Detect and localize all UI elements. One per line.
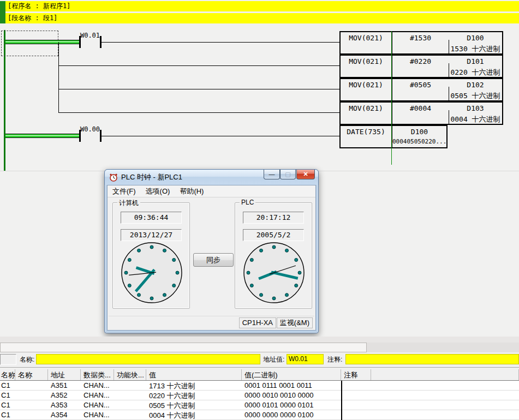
watch-row[interactable]: C1 A353 CHAN... 0505 十六进制 0000 0101 0000…: [0, 400, 519, 410]
cell-address: A351: [48, 381, 81, 390]
cell-address: A352: [48, 391, 81, 400]
menu-file[interactable]: 文件(F): [108, 185, 141, 197]
cell-plc-name: C1: [0, 391, 15, 400]
cell-plc-name: C1: [0, 410, 15, 419]
cell-filler: [371, 410, 519, 419]
cell-filler: [371, 381, 519, 390]
branch-wire: [58, 65, 339, 66]
mov-instruction-block[interactable]: MOV(021) #0220 D101 0220 十六进制: [339, 55, 503, 78]
program-name-bar: [程序名 : 新程序1]: [5, 1, 519, 11]
cx-programmer-screen: [程序名 : 新程序1] [段名称 : 段1] W0.01 W0.00 MOV(…: [0, 0, 519, 420]
maximize-button[interactable]: ▢: [280, 170, 296, 179]
col-header-comment[interactable]: 注释: [341, 369, 371, 380]
operand-destination: D100: [449, 34, 502, 42]
col-header-name[interactable]: 名称: [15, 369, 48, 380]
address-edit-bar: 名称: 地址值: W0.01 注释:: [0, 352, 519, 367]
cell-name: [15, 400, 48, 410]
clock-icon: [109, 173, 118, 182]
computer-group-box: 计算机 09:36:44 2013/12/27: [112, 202, 190, 309]
minimize-button[interactable]: —: [264, 170, 280, 179]
monitor-value: 1530 十六进制: [449, 44, 502, 54]
mov-instruction-block[interactable]: MOV(021) #0505 D102 0505 十六进制: [339, 78, 503, 101]
ladder-column-grid-line: [391, 31, 392, 165]
cell-value: 0505 十六进制: [146, 400, 242, 410]
cell-binary: 0000 0000 0000 0100: [242, 410, 341, 419]
menu-options[interactable]: 选项(O): [141, 185, 175, 197]
computer-time-field: 09:36:44: [121, 212, 182, 224]
cell-datatype: CHAN...: [81, 400, 114, 410]
rung-margin-bar: [0, 1, 5, 23]
contact-w001[interactable]: W0.01: [73, 32, 108, 39]
mov-instruction-block[interactable]: MOV(021) #1530 D100 1530 十六进制: [339, 31, 503, 55]
instruction-mnemonic: DATE(735): [341, 128, 391, 136]
watch-table-header: 名称 名称 地址 数据类... 功能块... 值 值(二进制) 注释: [0, 369, 519, 381]
operand-destination: D100: [392, 128, 446, 136]
edit-bar-spacer-box: [0, 354, 16, 365]
operand-source: #0220: [392, 57, 449, 65]
col-header-value[interactable]: 值: [146, 369, 242, 380]
cell-comment: [341, 400, 371, 410]
menu-help[interactable]: 帮助(H): [175, 185, 208, 197]
cell-comment: [341, 381, 371, 390]
close-button[interactable]: ✕: [296, 170, 315, 179]
branch-wire: [58, 112, 339, 113]
cell-name: [15, 410, 48, 419]
address-input[interactable]: W0.01: [287, 354, 324, 364]
operand-source: #1530: [392, 34, 449, 42]
dialog-titlebar[interactable]: PLC 时钟 - 新PLC1 — ▢ ✕: [105, 170, 318, 185]
instruction-mnemonic: MOV(021): [341, 104, 391, 112]
contact-w000[interactable]: W0.00: [73, 125, 108, 133]
rung-wire: [102, 136, 339, 136]
cell-plc-name: C1: [0, 400, 15, 410]
cell-fb: [114, 400, 146, 410]
sync-button[interactable]: 同步: [193, 253, 234, 267]
scrollbar-gutter: [367, 343, 519, 352]
branch-vertical-wire: [58, 42, 59, 113]
cell-address: A353: [48, 400, 81, 410]
monitor-value: 0505 十六进制: [449, 91, 502, 101]
mov-instruction-block[interactable]: MOV(021) #0004 D103 0004 十六进制: [339, 101, 503, 125]
watch-window-table: 名称 名称 地址 数据类... 功能块... 值 值(二进制) 注释 C1 A3…: [0, 369, 519, 420]
col-header-datatype[interactable]: 数据类...: [81, 369, 114, 380]
cell-datatype: CHAN...: [81, 410, 114, 419]
col-header-binary[interactable]: 值(二进制): [242, 369, 341, 380]
name-input[interactable]: [36, 354, 260, 364]
cell-name: [15, 391, 48, 400]
watch-row[interactable]: C1 A351 CHAN... 1713 十六进制 0001 0111 0001…: [0, 381, 519, 391]
operand-source: #0004: [392, 104, 449, 112]
branch-wire: [58, 89, 339, 89]
cell-binary: 0000 0101 0000 0101: [242, 400, 341, 410]
comment-input[interactable]: [345, 354, 519, 364]
cell-fb: [114, 410, 146, 419]
watch-row[interactable]: C1 A352 CHAN... 0220 十六进制 0000 0010 0010…: [0, 391, 519, 400]
operand-source: #0505: [392, 81, 449, 89]
cell-filler: [371, 391, 519, 400]
cell-fb: [114, 381, 146, 390]
col-header-fb[interactable]: 功能块...: [114, 369, 146, 380]
cell-binary: 0000 0010 0010 0000: [242, 391, 341, 400]
cell-comment: [341, 391, 371, 400]
computer-analog-clock: [119, 240, 184, 305]
cell-value: 0220 十六进制: [146, 391, 242, 400]
watch-row[interactable]: C1 A354 CHAN... 0004 十六进制 0000 0000 0000…: [0, 410, 519, 420]
name-label: 名称:: [20, 355, 34, 364]
col-header-plc-name[interactable]: 名称: [0, 369, 15, 380]
cell-value: 0004 十六进制: [146, 410, 242, 419]
dialog-client-area: 文件(F) 选项(O) 帮助(H) 计算机 09:36:44 2013/12/2…: [107, 185, 316, 331]
instruction-mnemonic: MOV(021): [341, 81, 391, 89]
cell-datatype: CHAN...: [81, 391, 114, 400]
horizontal-scrollbar[interactable]: [0, 343, 367, 352]
operand-destination: D101: [449, 57, 502, 65]
computer-date-field: 2013/12/27: [121, 229, 182, 241]
power-flow-wire: [5, 134, 79, 138]
panel-divider: [0, 367, 519, 368]
cell-filler: [371, 400, 519, 410]
power-flow-wire: [5, 40, 79, 44]
col-header-address[interactable]: 地址: [48, 369, 81, 380]
plc-group-box: PLC 20:17:12 2005/5/2: [235, 202, 312, 309]
section-name-bar: [段名称 : 段1]: [5, 13, 519, 23]
rung-wire: [102, 42, 339, 43]
date-instruction-block[interactable]: DATE(735) D100 000405050220...: [339, 125, 448, 148]
cell-binary: 0001 0111 0001 0011: [242, 381, 341, 390]
cell-comment: [341, 410, 371, 419]
